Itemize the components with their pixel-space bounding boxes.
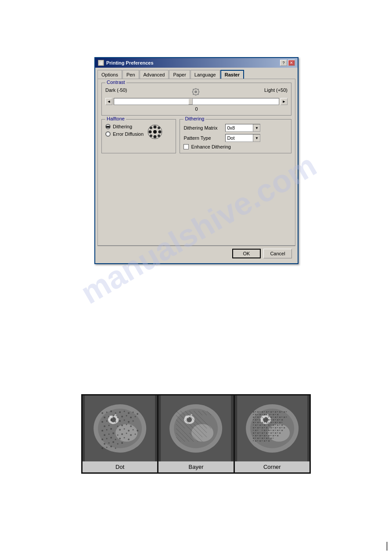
svg-point-86 xyxy=(106,447,108,448)
pattern-select[interactable]: Dot ▼ xyxy=(225,134,260,142)
svg-rect-305 xyxy=(266,440,267,441)
cancel-button[interactable]: Cancel xyxy=(263,249,292,258)
svg-rect-169 xyxy=(281,411,282,412)
svg-rect-219 xyxy=(273,422,273,423)
svg-rect-231 xyxy=(270,424,271,425)
svg-rect-227 xyxy=(259,424,261,426)
svg-point-44 xyxy=(106,421,108,422)
raster-tab-panel: Contrast Dark (-50) xyxy=(97,79,295,246)
error-diffusion-radio[interactable] xyxy=(105,131,111,137)
halftone-dithering-row: Halftone Dithering xyxy=(101,119,291,157)
svg-point-34 xyxy=(137,413,138,415)
svg-point-4 xyxy=(192,91,193,93)
svg-rect-235 xyxy=(279,424,280,425)
contrast-slider[interactable] xyxy=(114,98,279,105)
help-button[interactable]: ? xyxy=(280,60,287,66)
svg-rect-210 xyxy=(253,422,254,423)
error-diffusion-radio-row: Error Diffusion xyxy=(105,131,144,137)
ok-button[interactable]: OK xyxy=(232,249,261,258)
svg-point-80 xyxy=(104,443,105,445)
svg-point-66 xyxy=(108,434,110,435)
matrix-select[interactable]: 0x8 ▼ xyxy=(225,124,260,132)
tab-paper[interactable]: Paper xyxy=(169,70,190,79)
dithering-group: Dithering Dithering Matrix 0x8 ▼ Pattern xyxy=(180,119,291,153)
svg-point-19 xyxy=(158,134,160,137)
svg-rect-191 xyxy=(273,417,273,417)
svg-point-7 xyxy=(198,94,199,95)
svg-point-2 xyxy=(195,88,196,90)
svg-rect-182 xyxy=(275,414,276,415)
svg-rect-157 xyxy=(255,411,256,412)
svg-rect-253 xyxy=(257,430,258,431)
svg-rect-249 xyxy=(281,427,282,428)
svg-rect-238 xyxy=(255,427,256,428)
svg-rect-226 xyxy=(257,424,258,425)
page-indicator xyxy=(386,542,388,551)
svg-rect-264 xyxy=(253,432,254,434)
bayer-label: Bayer xyxy=(158,461,233,472)
contrast-slider-row: ◄ ► xyxy=(105,98,288,105)
svg-rect-287 xyxy=(275,435,276,436)
corner-preview xyxy=(235,395,309,461)
tab-advanced[interactable]: Advanced xyxy=(140,70,169,79)
settings-icon xyxy=(191,87,200,96)
dithering-radio[interactable] xyxy=(105,124,111,129)
svg-point-17 xyxy=(150,134,152,137)
svg-rect-177 xyxy=(264,414,265,415)
matrix-dropdown-arrow[interactable]: ▼ xyxy=(253,124,260,131)
dialog-title: Printing Preferences xyxy=(106,60,154,65)
svg-point-72 xyxy=(135,434,136,435)
svg-rect-181 xyxy=(273,414,274,415)
svg-point-307 xyxy=(261,416,263,418)
svg-rect-285 xyxy=(270,435,271,436)
svg-rect-269 xyxy=(264,432,265,433)
svg-rect-239 xyxy=(257,427,259,428)
svg-point-147 xyxy=(191,414,192,416)
svg-rect-250 xyxy=(284,427,285,428)
svg-rect-186 xyxy=(257,417,259,418)
svg-point-82 xyxy=(112,441,114,443)
svg-rect-222 xyxy=(279,422,281,423)
svg-point-55 xyxy=(126,424,127,425)
pattern-dropdown-arrow[interactable]: ▼ xyxy=(253,134,260,141)
svg-point-12 xyxy=(154,126,157,129)
light-label: Light (+50) xyxy=(264,87,288,96)
svg-point-16 xyxy=(158,131,162,134)
svg-rect-165 xyxy=(273,411,273,412)
svg-rect-195 xyxy=(281,417,282,417)
tab-options[interactable]: Options xyxy=(97,70,122,79)
svg-point-149 xyxy=(187,417,189,418)
contrast-labels: Dark (-50) xyxy=(105,87,288,96)
svg-point-76 xyxy=(115,439,116,440)
tab-raster[interactable]: Raster xyxy=(220,70,244,79)
close-button[interactable]: ✕ xyxy=(288,60,295,66)
enhance-checkbox[interactable] xyxy=(183,144,189,149)
tab-pen[interactable]: Pen xyxy=(122,70,139,79)
svg-point-67 xyxy=(112,432,114,434)
dithering-radio-label: Dithering xyxy=(113,124,132,129)
svg-point-32 xyxy=(128,412,129,414)
svg-point-69 xyxy=(121,433,123,435)
svg-rect-280 xyxy=(259,435,261,436)
svg-point-54 xyxy=(121,424,123,426)
svg-rect-200 xyxy=(257,419,258,420)
svg-point-1 xyxy=(194,91,197,93)
tabs-bar: Options Pen Advanced Paper Language Rast… xyxy=(97,70,295,79)
svg-rect-248 xyxy=(279,427,281,428)
svg-rect-164 xyxy=(270,411,272,413)
tab-language[interactable]: Language xyxy=(191,70,220,79)
svg-point-38 xyxy=(117,417,119,418)
contrast-right-arrow[interactable]: ► xyxy=(281,98,288,105)
svg-point-60 xyxy=(119,429,121,431)
svg-rect-199 xyxy=(255,419,256,421)
svg-rect-213 xyxy=(259,422,260,423)
dialog-title-buttons: ? ✕ xyxy=(280,60,295,66)
svg-rect-233 xyxy=(275,424,276,425)
contrast-thumb[interactable] xyxy=(188,98,193,105)
svg-rect-299 xyxy=(253,440,254,441)
bayer-preview xyxy=(158,395,233,461)
halftone-content: Dithering Error Diffusion xyxy=(102,120,176,143)
svg-rect-218 xyxy=(270,422,272,423)
contrast-left-arrow[interactable]: ◄ xyxy=(105,98,112,105)
svg-point-92 xyxy=(111,417,113,418)
